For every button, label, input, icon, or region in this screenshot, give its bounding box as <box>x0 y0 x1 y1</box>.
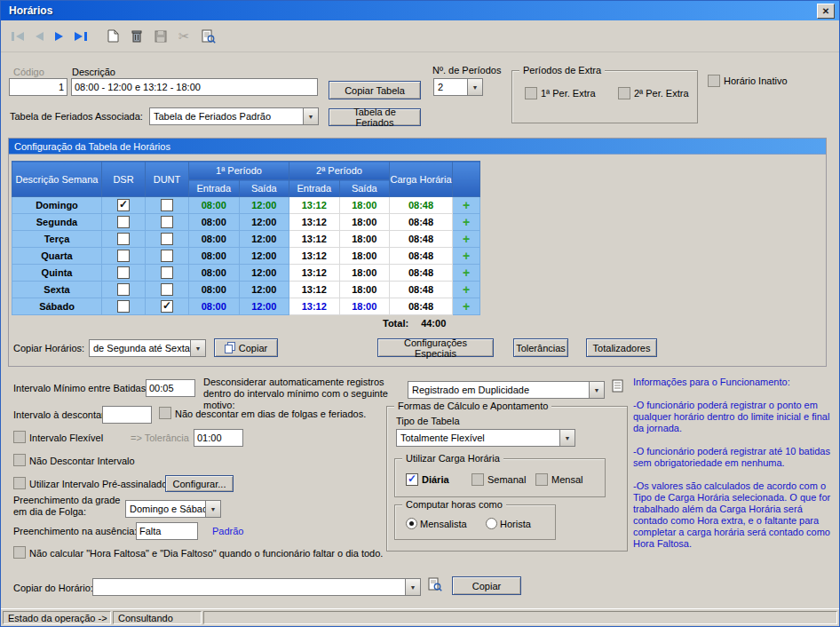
entrada1-value[interactable]: 08:00 <box>189 298 240 315</box>
motivo-document-button[interactable] <box>612 379 623 393</box>
add-period-icon[interactable]: + <box>463 266 470 280</box>
intervalo-descontar-field[interactable] <box>102 406 152 424</box>
saida1-value[interactable]: 12:00 <box>239 214 289 231</box>
chevron-down-icon[interactable] <box>190 340 205 356</box>
tolerancias-button[interactable]: Tolerâncias <box>513 338 568 357</box>
tabela-feriados-button[interactable]: Tabela de Feriados <box>329 108 421 126</box>
save-record-button[interactable] <box>155 28 167 45</box>
entrada2-value[interactable]: 13:12 <box>289 265 340 282</box>
saida1-value[interactable]: 12:00 <box>239 298 289 315</box>
first-record-button[interactable] <box>12 28 24 45</box>
new-record-button[interactable] <box>107 28 119 45</box>
entrada1-value[interactable]: 08:00 <box>189 214 240 231</box>
delete-record-button[interactable] <box>131 28 143 45</box>
saida2-value[interactable]: 18:00 <box>339 298 390 315</box>
saida1-value[interactable]: 12:00 <box>239 282 289 298</box>
entrada1-value[interactable]: 08:00 <box>189 197 240 214</box>
nao-calcular-checkbox[interactable] <box>13 546 26 559</box>
preview-horario-button[interactable] <box>428 577 442 591</box>
intervalo-flexivel-checkbox[interactable] <box>13 431 26 443</box>
entrada2-value[interactable]: 13:12 <box>289 197 340 214</box>
horario-inativo-checkbox[interactable] <box>708 75 720 87</box>
add-period-icon[interactable]: + <box>463 215 470 229</box>
preenchimento-folga-combo[interactable]: Domingo e Sábado <box>125 500 221 518</box>
entrada1-value[interactable]: 08:00 <box>189 231 240 248</box>
tolerancia-field[interactable] <box>194 429 243 447</box>
copy-schedule-button[interactable]: Copiar <box>214 338 278 357</box>
codigo-field[interactable] <box>9 78 67 96</box>
entrada1-value[interactable]: 08:00 <box>189 248 240 265</box>
title-bar[interactable]: Horários ✕ <box>1 1 839 20</box>
dunt-checkbox[interactable] <box>161 250 173 262</box>
horista-radio[interactable] <box>486 518 497 529</box>
diaria-checkbox[interactable] <box>406 473 418 486</box>
dsr-checkbox[interactable] <box>117 199 130 211</box>
add-period-icon[interactable]: + <box>463 282 470 297</box>
saida2-value[interactable]: 18:00 <box>339 231 390 248</box>
dunt-checkbox[interactable] <box>161 300 173 313</box>
preenchimento-ausencia-field[interactable] <box>136 522 198 540</box>
nao-descontar-folgas-checkbox[interactable] <box>159 407 171 419</box>
dunt-checkbox[interactable] <box>161 199 173 211</box>
copiar-tabela-button[interactable]: Copiar Tabela <box>329 81 421 99</box>
utilizar-intervalo-pre-checkbox[interactable] <box>13 477 26 489</box>
tipo-tabela-combo[interactable]: Totalmente Flexível <box>396 429 575 447</box>
motivo-combo[interactable]: Registrado em Duplicidade <box>408 381 605 399</box>
dsr-checkbox[interactable] <box>117 283 130 296</box>
dunt-checkbox[interactable] <box>161 216 173 228</box>
dsr-checkbox[interactable] <box>117 300 130 313</box>
dsr-checkbox[interactable] <box>117 216 130 228</box>
add-period-icon[interactable]: + <box>463 232 470 246</box>
num-periodos-combo[interactable]: 2 <box>433 78 483 96</box>
chevron-down-icon[interactable] <box>205 501 220 517</box>
configurar-button[interactable]: Configurar... <box>165 475 234 492</box>
dsr-checkbox[interactable] <box>117 266 130 279</box>
add-period-icon[interactable]: + <box>463 198 470 212</box>
print-preview-button[interactable] <box>202 28 216 45</box>
copiar-do-horario-combo[interactable] <box>92 578 421 596</box>
previous-record-button[interactable] <box>36 28 44 45</box>
totalizadores-button[interactable]: Totalizadores <box>586 338 657 357</box>
saida2-value[interactable]: 18:00 <box>339 214 390 231</box>
saida1-value[interactable]: 12:00 <box>239 248 289 265</box>
copiar-horario-button[interactable]: Copiar <box>452 576 521 595</box>
entrada2-value[interactable]: 13:12 <box>289 214 340 231</box>
entrada2-value[interactable]: 13:12 <box>289 248 340 265</box>
configuracoes-especiais-button[interactable]: Configurações Especiais <box>377 338 494 357</box>
chevron-down-icon[interactable] <box>467 79 482 95</box>
cut-button[interactable]: ✂ <box>178 28 190 45</box>
copiar-horarios-combo[interactable]: de Segunda até Sexta <box>89 339 206 357</box>
saida1-value[interactable]: 12:00 <box>239 197 289 214</box>
saida2-value[interactable]: 18:00 <box>339 248 390 265</box>
entrada2-value[interactable]: 13:12 <box>289 231 340 248</box>
mensalista-radio[interactable] <box>406 518 417 529</box>
mensal-checkbox[interactable] <box>535 473 548 486</box>
tabela-feriados-combo[interactable]: Tabela de Feriados Padrão <box>149 107 319 125</box>
per2-extra-checkbox[interactable] <box>618 87 630 99</box>
saida2-value[interactable]: 18:00 <box>339 282 390 298</box>
dunt-checkbox[interactable] <box>161 233 173 245</box>
close-button[interactable]: ✕ <box>817 4 835 19</box>
chevron-down-icon[interactable] <box>405 579 420 595</box>
dsr-checkbox[interactable] <box>117 250 130 262</box>
saida2-value[interactable]: 18:00 <box>339 265 390 282</box>
add-period-icon[interactable]: + <box>463 249 470 263</box>
entrada2-value[interactable]: 13:12 <box>289 282 340 298</box>
last-record-button[interactable] <box>75 28 87 45</box>
per1-extra-checkbox[interactable] <box>525 87 537 99</box>
saida1-value[interactable]: 12:00 <box>239 265 289 282</box>
descricao-field[interactable] <box>71 78 318 96</box>
saida1-value[interactable]: 12:00 <box>239 231 289 248</box>
add-period-icon[interactable]: + <box>463 299 470 314</box>
next-record-button[interactable] <box>55 28 63 45</box>
chevron-down-icon[interactable] <box>589 382 604 398</box>
intervalo-minimo-field[interactable] <box>146 379 195 397</box>
semanal-checkbox[interactable] <box>472 473 484 486</box>
padrao-link[interactable]: Padrão <box>212 526 243 536</box>
dunt-checkbox[interactable] <box>161 266 173 279</box>
chevron-down-icon[interactable] <box>303 108 318 124</box>
dunt-checkbox[interactable] <box>161 283 173 296</box>
entrada1-value[interactable]: 08:00 <box>189 282 240 298</box>
chevron-down-icon[interactable] <box>559 430 575 446</box>
saida2-value[interactable]: 18:00 <box>339 197 390 214</box>
